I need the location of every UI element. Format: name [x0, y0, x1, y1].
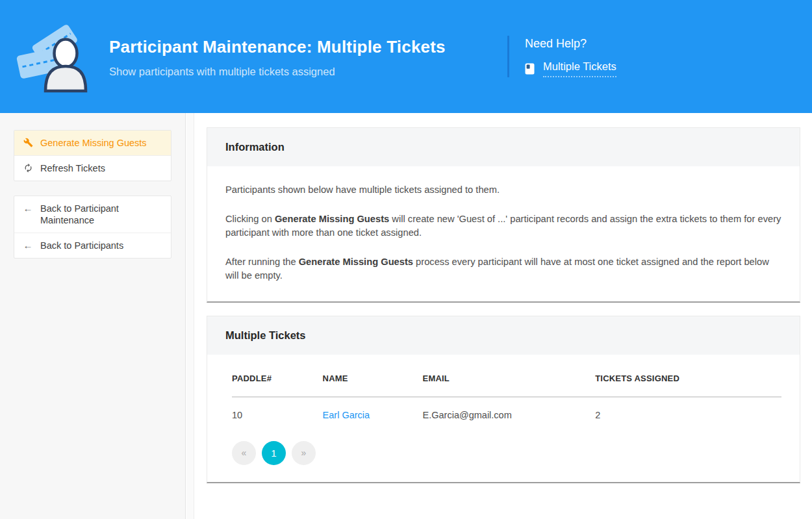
- sidebar-content: Generate Missing Guests Refresh Tickets …: [0, 113, 186, 259]
- table-cell: 10: [232, 397, 323, 427]
- table-cell: E.Garcia@gmail.com: [423, 397, 596, 427]
- need-help-heading: Need Help?: [525, 37, 812, 51]
- need-help-block: Need Help? Multiple Tickets: [507, 36, 812, 77]
- table-cell: 2: [595, 397, 781, 427]
- refresh-icon: [23, 163, 33, 173]
- table-column-header: TICKETS ASSIGNED: [595, 370, 781, 396]
- arrow-left-icon: ←: [23, 203, 33, 214]
- sidebar-item-label: Refresh Tickets: [40, 162, 105, 174]
- multiple-tickets-panel-body: PADDLE#NAMEEMAILTICKETS ASSIGNED 10Earl …: [207, 355, 800, 482]
- table-row: 10Earl GarciaE.Garcia@gmail.com2: [232, 397, 781, 427]
- page-header: Participant Maintenance: Multiple Ticket…: [0, 0, 812, 113]
- info-paragraph: After running the Generate Missing Guest…: [225, 255, 781, 283]
- table-cell: Earl Garcia: [323, 397, 423, 427]
- arrow-left-icon: ←: [23, 240, 33, 251]
- info-paragraph: Clicking on Generate Missing Guests will…: [225, 212, 781, 240]
- pagination-prev-button[interactable]: «: [232, 441, 256, 465]
- page-subtitle: Show participants with multiple tickets …: [109, 66, 507, 78]
- info-paragraphs: Participants shown below have multiple t…: [207, 166, 800, 301]
- app-logo: [0, 20, 109, 93]
- multiple-tickets-table: PADDLE#NAMEEMAILTICKETS ASSIGNED 10Earl …: [232, 370, 781, 427]
- pagination: « 1 »: [232, 441, 781, 465]
- sidebar-item-generate-missing-guests[interactable]: Generate Missing Guests: [14, 131, 171, 155]
- sidebar-item-label: Back to Participant Maintenance: [40, 203, 162, 226]
- sidebar-item-label: Generate Missing Guests: [40, 137, 147, 149]
- pagination-pages: 1: [262, 441, 286, 465]
- pagination-next-button[interactable]: »: [292, 441, 316, 465]
- sidebar-item-refresh-tickets[interactable]: Refresh Tickets: [14, 155, 171, 181]
- help-link-multiple-tickets[interactable]: Multiple Tickets: [543, 60, 616, 77]
- information-panel: Information Participants shown below hav…: [207, 127, 800, 303]
- sidebar-gutter: [186, 113, 194, 519]
- tickets-person-logo-icon: [14, 20, 95, 93]
- sidebar-nav-group: ← Back to Participant Maintenance ← Back…: [14, 196, 171, 259]
- wrench-icon: [23, 138, 33, 147]
- sidebar-item-back-to-participant-maintenance[interactable]: ← Back to Participant Maintenance: [14, 196, 171, 233]
- title-block: Participant Maintenance: Multiple Ticket…: [109, 36, 507, 78]
- page-title: Participant Maintenance: Multiple Ticket…: [109, 37, 507, 57]
- table-header-row: PADDLE#NAMEEMAILTICKETS ASSIGNED: [232, 370, 781, 396]
- book-icon: [525, 63, 535, 75]
- information-panel-title: Information: [207, 128, 800, 166]
- participant-link[interactable]: Earl Garcia: [323, 410, 370, 420]
- table-column-header: NAME: [323, 370, 423, 396]
- sidebar-item-back-to-participants[interactable]: ← Back to Participants: [14, 233, 171, 258]
- table-column-header: EMAIL: [423, 370, 596, 396]
- info-paragraph: Participants shown below have multiple t…: [225, 183, 781, 197]
- pagination-page-button[interactable]: 1: [262, 441, 286, 465]
- main-content: Information Participants shown below hav…: [195, 113, 812, 483]
- sidebar-item-label: Back to Participants: [40, 240, 123, 251]
- table-column-header: PADDLE#: [232, 370, 323, 396]
- multiple-tickets-panel: Multiple Tickets PADDLE#NAMEEMAILTICKETS…: [207, 316, 800, 483]
- multiple-tickets-panel-title: Multiple Tickets: [207, 316, 800, 355]
- sidebar-action-group: Generate Missing Guests Refresh Tickets: [14, 130, 171, 181]
- table-body: 10Earl GarciaE.Garcia@gmail.com2: [232, 397, 781, 427]
